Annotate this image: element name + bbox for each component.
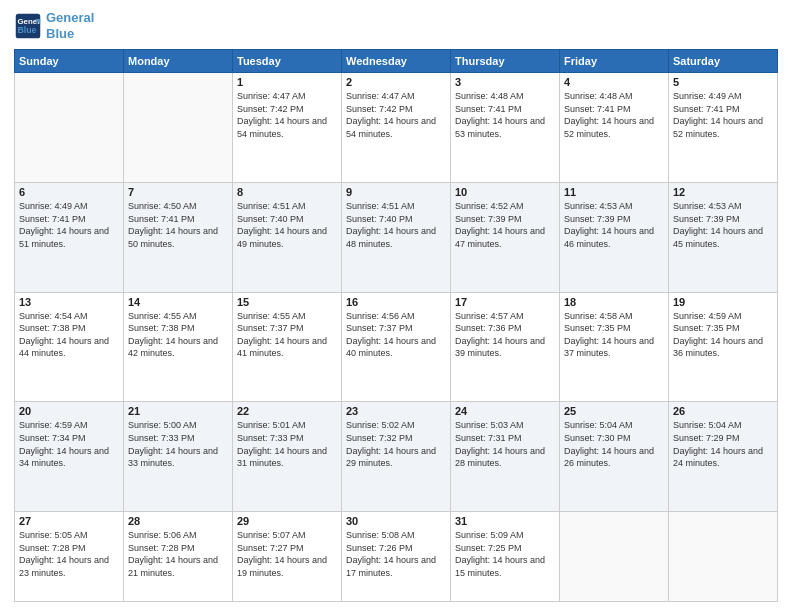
- calendar-cell: 31Sunrise: 5:09 AMSunset: 7:25 PMDayligh…: [451, 512, 560, 602]
- cell-info: Sunrise: 4:48 AMSunset: 7:41 PMDaylight:…: [455, 90, 555, 140]
- cell-info: Sunrise: 4:47 AMSunset: 7:42 PMDaylight:…: [237, 90, 337, 140]
- calendar-cell: 29Sunrise: 5:07 AMSunset: 7:27 PMDayligh…: [233, 512, 342, 602]
- day-number: 14: [128, 296, 228, 308]
- logo: General Blue General Blue: [14, 10, 94, 41]
- calendar-cell: [15, 73, 124, 183]
- logo-icon: General Blue: [14, 12, 42, 40]
- cell-info: Sunrise: 4:53 AMSunset: 7:39 PMDaylight:…: [564, 200, 664, 250]
- svg-text:Blue: Blue: [18, 25, 37, 35]
- calendar-cell: 30Sunrise: 5:08 AMSunset: 7:26 PMDayligh…: [342, 512, 451, 602]
- calendar-cell: 14Sunrise: 4:55 AMSunset: 7:38 PMDayligh…: [124, 292, 233, 402]
- cell-info: Sunrise: 5:09 AMSunset: 7:25 PMDaylight:…: [455, 529, 555, 579]
- day-number: 30: [346, 515, 446, 527]
- day-number: 3: [455, 76, 555, 88]
- day-number: 17: [455, 296, 555, 308]
- calendar-cell: 1Sunrise: 4:47 AMSunset: 7:42 PMDaylight…: [233, 73, 342, 183]
- day-number: 29: [237, 515, 337, 527]
- day-number: 5: [673, 76, 773, 88]
- week-row-5: 27Sunrise: 5:05 AMSunset: 7:28 PMDayligh…: [15, 512, 778, 602]
- day-number: 16: [346, 296, 446, 308]
- cell-info: Sunrise: 4:47 AMSunset: 7:42 PMDaylight:…: [346, 90, 446, 140]
- day-number: 9: [346, 186, 446, 198]
- day-number: 15: [237, 296, 337, 308]
- cell-info: Sunrise: 5:07 AMSunset: 7:27 PMDaylight:…: [237, 529, 337, 579]
- cell-info: Sunrise: 5:08 AMSunset: 7:26 PMDaylight:…: [346, 529, 446, 579]
- calendar-cell: 6Sunrise: 4:49 AMSunset: 7:41 PMDaylight…: [15, 182, 124, 292]
- calendar-page: General Blue General Blue SundayMondayTu…: [0, 0, 792, 612]
- cell-info: Sunrise: 4:51 AMSunset: 7:40 PMDaylight:…: [237, 200, 337, 250]
- calendar-cell: 11Sunrise: 4:53 AMSunset: 7:39 PMDayligh…: [560, 182, 669, 292]
- cell-info: Sunrise: 4:49 AMSunset: 7:41 PMDaylight:…: [673, 90, 773, 140]
- day-number: 2: [346, 76, 446, 88]
- calendar-cell: 23Sunrise: 5:02 AMSunset: 7:32 PMDayligh…: [342, 402, 451, 512]
- weekday-header-monday: Monday: [124, 50, 233, 73]
- calendar-cell: 12Sunrise: 4:53 AMSunset: 7:39 PMDayligh…: [669, 182, 778, 292]
- calendar-cell: 5Sunrise: 4:49 AMSunset: 7:41 PMDaylight…: [669, 73, 778, 183]
- logo-text: General Blue: [46, 10, 94, 41]
- cell-info: Sunrise: 4:55 AMSunset: 7:38 PMDaylight:…: [128, 310, 228, 360]
- calendar-cell: [124, 73, 233, 183]
- calendar-cell: 18Sunrise: 4:58 AMSunset: 7:35 PMDayligh…: [560, 292, 669, 402]
- week-row-2: 6Sunrise: 4:49 AMSunset: 7:41 PMDaylight…: [15, 182, 778, 292]
- calendar-cell: 17Sunrise: 4:57 AMSunset: 7:36 PMDayligh…: [451, 292, 560, 402]
- week-row-3: 13Sunrise: 4:54 AMSunset: 7:38 PMDayligh…: [15, 292, 778, 402]
- day-number: 7: [128, 186, 228, 198]
- day-number: 6: [19, 186, 119, 198]
- day-number: 11: [564, 186, 664, 198]
- calendar-cell: 4Sunrise: 4:48 AMSunset: 7:41 PMDaylight…: [560, 73, 669, 183]
- day-number: 24: [455, 405, 555, 417]
- day-number: 8: [237, 186, 337, 198]
- calendar-cell: 10Sunrise: 4:52 AMSunset: 7:39 PMDayligh…: [451, 182, 560, 292]
- cell-info: Sunrise: 4:48 AMSunset: 7:41 PMDaylight:…: [564, 90, 664, 140]
- day-number: 23: [346, 405, 446, 417]
- cell-info: Sunrise: 5:04 AMSunset: 7:30 PMDaylight:…: [564, 419, 664, 469]
- cell-info: Sunrise: 4:55 AMSunset: 7:37 PMDaylight:…: [237, 310, 337, 360]
- cell-info: Sunrise: 5:04 AMSunset: 7:29 PMDaylight:…: [673, 419, 773, 469]
- header: General Blue General Blue: [14, 10, 778, 41]
- calendar-cell: 26Sunrise: 5:04 AMSunset: 7:29 PMDayligh…: [669, 402, 778, 512]
- weekday-header-thursday: Thursday: [451, 50, 560, 73]
- weekday-header-sunday: Sunday: [15, 50, 124, 73]
- calendar-cell: 20Sunrise: 4:59 AMSunset: 7:34 PMDayligh…: [15, 402, 124, 512]
- cell-info: Sunrise: 4:59 AMSunset: 7:34 PMDaylight:…: [19, 419, 119, 469]
- day-number: 12: [673, 186, 773, 198]
- cell-info: Sunrise: 4:50 AMSunset: 7:41 PMDaylight:…: [128, 200, 228, 250]
- week-row-1: 1Sunrise: 4:47 AMSunset: 7:42 PMDaylight…: [15, 73, 778, 183]
- day-number: 13: [19, 296, 119, 308]
- day-number: 27: [19, 515, 119, 527]
- calendar-cell: 19Sunrise: 4:59 AMSunset: 7:35 PMDayligh…: [669, 292, 778, 402]
- cell-info: Sunrise: 4:54 AMSunset: 7:38 PMDaylight:…: [19, 310, 119, 360]
- calendar-cell: 21Sunrise: 5:00 AMSunset: 7:33 PMDayligh…: [124, 402, 233, 512]
- day-number: 18: [564, 296, 664, 308]
- day-number: 26: [673, 405, 773, 417]
- calendar-cell: 2Sunrise: 4:47 AMSunset: 7:42 PMDaylight…: [342, 73, 451, 183]
- cell-info: Sunrise: 5:01 AMSunset: 7:33 PMDaylight:…: [237, 419, 337, 469]
- calendar-cell: 27Sunrise: 5:05 AMSunset: 7:28 PMDayligh…: [15, 512, 124, 602]
- calendar-cell: 25Sunrise: 5:04 AMSunset: 7:30 PMDayligh…: [560, 402, 669, 512]
- day-number: 25: [564, 405, 664, 417]
- calendar-table: SundayMondayTuesdayWednesdayThursdayFrid…: [14, 49, 778, 602]
- calendar-cell: 3Sunrise: 4:48 AMSunset: 7:41 PMDaylight…: [451, 73, 560, 183]
- cell-info: Sunrise: 5:00 AMSunset: 7:33 PMDaylight:…: [128, 419, 228, 469]
- cell-info: Sunrise: 4:57 AMSunset: 7:36 PMDaylight:…: [455, 310, 555, 360]
- day-number: 22: [237, 405, 337, 417]
- weekday-header-wednesday: Wednesday: [342, 50, 451, 73]
- day-number: 20: [19, 405, 119, 417]
- weekday-header-friday: Friday: [560, 50, 669, 73]
- logo-blue: Blue: [46, 26, 74, 41]
- calendar-cell: 16Sunrise: 4:56 AMSunset: 7:37 PMDayligh…: [342, 292, 451, 402]
- day-number: 28: [128, 515, 228, 527]
- calendar-cell: 8Sunrise: 4:51 AMSunset: 7:40 PMDaylight…: [233, 182, 342, 292]
- cell-info: Sunrise: 4:52 AMSunset: 7:39 PMDaylight:…: [455, 200, 555, 250]
- day-number: 31: [455, 515, 555, 527]
- day-number: 21: [128, 405, 228, 417]
- weekday-header-row: SundayMondayTuesdayWednesdayThursdayFrid…: [15, 50, 778, 73]
- cell-info: Sunrise: 5:02 AMSunset: 7:32 PMDaylight:…: [346, 419, 446, 469]
- calendar-cell: 15Sunrise: 4:55 AMSunset: 7:37 PMDayligh…: [233, 292, 342, 402]
- cell-info: Sunrise: 4:58 AMSunset: 7:35 PMDaylight:…: [564, 310, 664, 360]
- cell-info: Sunrise: 4:51 AMSunset: 7:40 PMDaylight:…: [346, 200, 446, 250]
- calendar-cell: [560, 512, 669, 602]
- calendar-cell: 13Sunrise: 4:54 AMSunset: 7:38 PMDayligh…: [15, 292, 124, 402]
- calendar-cell: 22Sunrise: 5:01 AMSunset: 7:33 PMDayligh…: [233, 402, 342, 512]
- weekday-header-tuesday: Tuesday: [233, 50, 342, 73]
